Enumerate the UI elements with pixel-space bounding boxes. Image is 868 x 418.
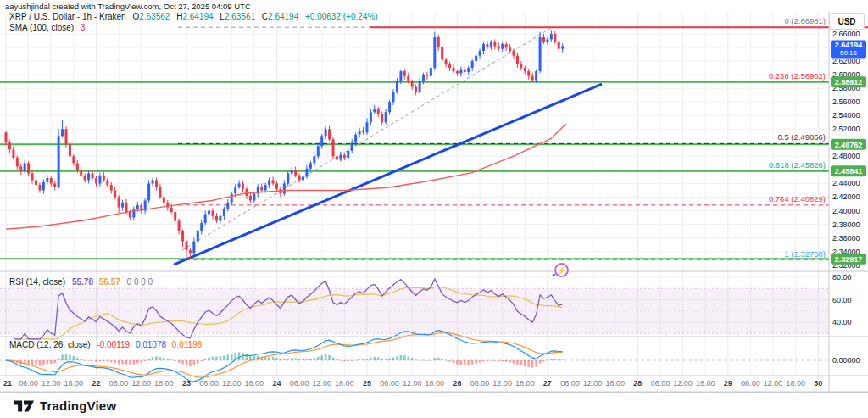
macd-legend[interactable]: MACD (12, 26, close) -0.00119 0.01078 0.…: [9, 340, 202, 349]
macd-line-value: 0.01078: [136, 340, 166, 349]
svg-text:0.236 (2.58902): 0.236 (2.58902): [769, 71, 826, 81]
rsi-ma-value: 56.57: [99, 277, 120, 287]
tradingview-logo-text: TradingView: [40, 398, 116, 413]
svg-text:60.00: 60.00: [832, 296, 852, 304]
tradingview-logo[interactable]: TradingView: [14, 397, 116, 414]
macd-line: [6, 331, 563, 382]
sma-line: [6, 124, 566, 229]
svg-text:12:00: 12:00: [673, 379, 693, 387]
svg-text:2.32917: 2.32917: [835, 255, 863, 264]
svg-text:12:00: 12:00: [403, 379, 422, 387]
time-axis[interactable]: 2106:0012:0018:002206:0012:0018:002306:0…: [3, 379, 822, 387]
svg-text:0.5 (2.49866): 0.5 (2.49866): [777, 132, 826, 142]
svg-text:18:00: 18:00: [64, 379, 84, 387]
rsi-label: RSI (14, close): [9, 277, 65, 287]
svg-text:80.00: 80.00: [832, 273, 852, 281]
macd-signal-value: 0.01196: [172, 340, 202, 349]
svg-text:2.40000: 2.40000: [832, 207, 860, 215]
svg-text:27: 27: [543, 379, 552, 387]
svg-text:30: 30: [814, 379, 822, 387]
svg-text:18:00: 18:00: [154, 379, 174, 387]
high-value: 2.64194: [182, 12, 213, 21]
svg-text:50:16: 50:16: [840, 49, 858, 57]
footer-bar: TradingView: [0, 392, 868, 418]
svg-text:12:00: 12:00: [312, 379, 331, 387]
svg-text:22: 22: [92, 379, 100, 387]
svg-text:18:00: 18:00: [245, 379, 264, 387]
support-trendline: [174, 84, 602, 265]
tradingview-chart-window: 0 (2.66981)0.236 (2.58902)0.5 (2.49866)0…: [0, 0, 868, 418]
macd-hist-value: -0.00119: [97, 340, 130, 349]
rsi-value: 55.78: [72, 277, 93, 287]
svg-text:18:00: 18:00: [515, 379, 535, 387]
svg-text:18:00: 18:00: [335, 379, 354, 387]
svg-text:28: 28: [633, 379, 642, 387]
svg-text:2.38000: 2.38000: [832, 220, 860, 229]
rsi-extra-values: 0 0 0 0: [127, 277, 153, 287]
close-value: 2.64194: [268, 12, 298, 21]
lightning-badge-icon[interactable]: ⚡ ✦: [554, 263, 569, 277]
tradingview-logo-mark: [14, 397, 34, 414]
sma-legend[interactable]: SMA (100, close) 3: [9, 23, 86, 32]
svg-text:2.58912: 2.58912: [835, 78, 863, 86]
svg-text:2.48000: 2.48000: [832, 152, 860, 160]
symbol-title: XRP / U.S. Dollar - 1h - Kraken: [9, 12, 126, 21]
svg-text:06:00: 06:00: [199, 379, 219, 387]
svg-text:06:00: 06:00: [109, 379, 129, 387]
svg-text:40.00: 40.00: [832, 318, 852, 326]
svg-text:12:00: 12:00: [764, 379, 783, 387]
trendlines[interactable]: [174, 27, 602, 265]
sma-label: SMA (100, close): [9, 23, 74, 32]
svg-text:06:00: 06:00: [380, 379, 399, 387]
svg-text:06:00: 06:00: [290, 379, 309, 387]
svg-text:2.56000: 2.56000: [832, 98, 860, 106]
svg-text:06:00: 06:00: [470, 379, 490, 387]
lightning-icon: ⚡: [557, 266, 566, 275]
low-value: 2.63561: [225, 12, 255, 21]
currency-toggle-button[interactable]: USD: [829, 13, 865, 30]
macd-label: MACD (12, 26, close): [9, 340, 91, 349]
change-value: +0.00632 (+0.24%): [305, 12, 378, 21]
svg-text:12:00: 12:00: [583, 379, 603, 387]
svg-text:2.36000: 2.36000: [832, 234, 860, 242]
pane-separators: [0, 12, 868, 392]
svg-text:26: 26: [453, 379, 461, 387]
svg-text:0.00000: 0.00000: [832, 356, 860, 365]
svg-text:0.764 (2.40829): 0.764 (2.40829): [769, 194, 826, 203]
svg-text:06:00: 06:00: [741, 379, 760, 387]
svg-text:2.52000: 2.52000: [832, 125, 860, 133]
svg-text:12:00: 12:00: [42, 379, 61, 387]
svg-text:21: 21: [3, 379, 12, 387]
svg-text:0.618 (2.45826): 0.618 (2.45826): [769, 160, 826, 170]
price-axis[interactable]: 2.660002.620002.600002.580002.560002.540…: [831, 30, 866, 365]
rsi-legend[interactable]: RSI (14, close) 55.78 56.57 0 0 0 0: [9, 277, 153, 287]
svg-text:06:00: 06:00: [651, 379, 670, 387]
sma-value: 3: [81, 23, 86, 32]
svg-text:18:00: 18:00: [786, 379, 805, 387]
svg-text:2.64194: 2.64194: [835, 41, 863, 49]
svg-text:18:00: 18:00: [696, 379, 715, 387]
svg-text:2.54000: 2.54000: [832, 111, 860, 120]
open-value: 2.63562: [139, 12, 170, 21]
chart-svg: 0 (2.66981)0.236 (2.58902)0.5 (2.49866)0…: [0, 0, 868, 418]
svg-text:2.44000: 2.44000: [832, 179, 860, 187]
svg-text:2.45841: 2.45841: [835, 167, 863, 176]
svg-text:12:00: 12:00: [131, 379, 151, 387]
symbol-legend[interactable]: XRP / U.S. Dollar - 1h - Kraken O2.63562…: [9, 12, 378, 21]
svg-text:18:00: 18:00: [605, 379, 625, 387]
svg-text:24: 24: [272, 379, 281, 387]
svg-text:06:00: 06:00: [560, 379, 580, 387]
rsi-band: [0, 288, 829, 333]
svg-text:18:00: 18:00: [426, 379, 445, 387]
svg-text:06:00: 06:00: [19, 379, 38, 387]
fib-labels: 0 (2.66981)0.236 (2.58902)0.5 (2.49866)0…: [769, 16, 826, 259]
svg-text:25: 25: [363, 379, 371, 387]
chart-canvas[interactable]: 0 (2.66981)0.236 (2.58902)0.5 (2.49866)0…: [0, 0, 868, 418]
svg-text:0 (2.66981): 0 (2.66981): [784, 16, 826, 25]
svg-text:2.66000: 2.66000: [832, 30, 860, 38]
sparkle-icon: ✦: [551, 271, 557, 279]
svg-text:12:00: 12:00: [492, 379, 512, 387]
svg-text:29: 29: [724, 379, 732, 387]
close-label: C: [262, 12, 268, 21]
svg-text:2.42000: 2.42000: [832, 192, 860, 201]
